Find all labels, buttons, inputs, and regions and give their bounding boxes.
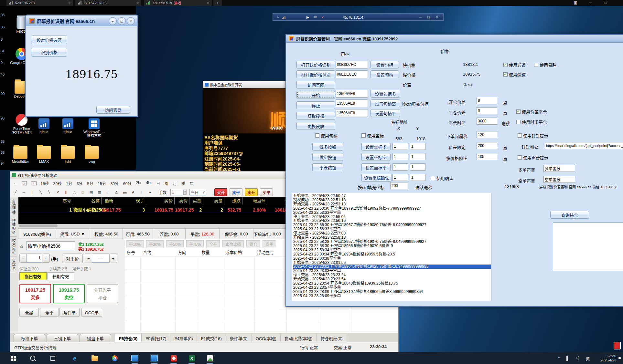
set-short-handle-button[interactable]: 设置句柄空: [371, 99, 400, 107]
open-fast-price-button[interactable]: 打开快价格识别: [296, 61, 335, 68]
checkbox-checked-icon[interactable]: [503, 72, 508, 77]
visit-site-button[interactable]: 访问官网: [96, 106, 130, 114]
draw-tool-icon[interactable]: A: [131, 190, 136, 194]
get-auth-button[interactable]: 获取授权: [296, 112, 335, 120]
validity-dropdown[interactable]: 当日 ∨: [189, 189, 206, 195]
open-slow-price-button[interactable]: 打开慢价格识别: [296, 70, 335, 78]
mail-icon[interactable]: ✉: [314, 15, 317, 19]
new-tab-button[interactable]: +: [213, 0, 222, 6]
period-button[interactable]: 15秒: [41, 181, 49, 186]
browser-tab-3[interactable]: 726 598 519 游戏 ×: [144, 0, 212, 6]
set-coord-flat-button[interactable]: 设置坐标平: [361, 163, 391, 171]
coord-short-x-input[interactable]: 1: [392, 153, 408, 160]
close-percent-button[interactable]: 平10%: [126, 240, 144, 247]
counter-price-button[interactable]: 对手价: [62, 254, 83, 263]
period-button[interactable]: 4hr: [146, 181, 152, 186]
taskbar-app-red[interactable]: [169, 354, 178, 362]
period-button[interactable]: 年: [190, 181, 194, 186]
coord-flat-x-input[interactable]: 1: [392, 163, 408, 171]
fast-handle-input[interactable]: 00B3D7FC: [336, 61, 368, 68]
desktop-icon-windows-shortcut[interactable]: WindowsF... - 快捷方式: [81, 118, 107, 138]
draw-tool-icon[interactable]: ▤: [89, 190, 94, 194]
use-confirm-checkbox[interactable]: 使用确认: [431, 175, 453, 181]
side-tab[interactable]: 行情报价: [10, 217, 17, 237]
taskbar-app-window-2[interactable]: [150, 354, 158, 362]
log-line[interactable]: 2025-04-23 23:00:34 开空单18934慢价格19059.5价差…: [293, 252, 491, 256]
minimize-icon[interactable]: ─: [419, 15, 422, 19]
ctrl-coord-input[interactable]: 200: [390, 182, 408, 189]
change-skin-button[interactable]: 更换皮肤: [296, 122, 335, 130]
use-coord-checkbox[interactable]: 使用坐标: [361, 132, 384, 139]
desktop-icon-jishi[interactable]: jishi: [58, 146, 78, 163]
log-line[interactable]: 2025-04-23 22:53:33平空单: [293, 211, 491, 215]
checkbox-icon[interactable]: [516, 120, 521, 124]
search-button[interactable]: [28, 354, 37, 362]
fast-price-fix-input[interactable]: 105: [477, 153, 497, 160]
set-coord-short-button[interactable]: 设置坐标空: [361, 153, 391, 161]
period-button[interactable]: 3分: [77, 181, 83, 186]
order-interval-input[interactable]: 120: [477, 131, 497, 138]
use-channel-checkbox-1[interactable]: 使用通道: [503, 62, 526, 68]
close-percent-button[interactable]: 平75%: [186, 240, 204, 247]
draw-tool-icon[interactable]: ╱: [13, 190, 18, 194]
quote-header-cell[interactable]: 序号: [18, 197, 73, 204]
blotter-tab[interactable]: 持仓明细(0): [317, 334, 347, 342]
blotter-tab[interactable]: F4挂单(0): [170, 334, 197, 342]
disconnect-icon[interactable]: ×: [321, 15, 324, 20]
minimize-button[interactable]: –: [109, 17, 117, 25]
short-handle-input[interactable]: 13506AE8: [336, 99, 368, 107]
draw-tool-icon[interactable]: ∥: [63, 190, 69, 194]
pin-icon[interactable]: +: [277, 15, 279, 19]
close-tab-icon[interactable]: ×: [69, 1, 70, 5]
flat-button[interactable]: 平仓按钮: [312, 163, 343, 171]
checkbox-icon[interactable]: [361, 133, 366, 138]
quote-scrollbar[interactable]: [18, 224, 297, 228]
open-spread-input[interactable]: 8: [477, 97, 497, 104]
period-button[interactable]: 月: [173, 181, 177, 186]
coord-long-y-input[interactable]: 1: [410, 143, 425, 150]
use-sound-checkbox[interactable]: 使用声音提示: [518, 154, 548, 161]
quick-order-button[interactable]: 卖开: [245, 188, 258, 196]
period-button[interactable]: 周: [165, 181, 168, 186]
blotter-tab[interactable]: F1成交(16): [197, 334, 226, 342]
draw-tool-icon[interactable]: │: [30, 190, 35, 194]
sell-short-button[interactable]: 18916.75卖空: [53, 284, 85, 303]
pos-header[interactable]: 数量: [201, 249, 210, 255]
close-spread-input[interactable]: 0: [477, 107, 497, 114]
blotter-tab[interactable]: 自动止损(本地): [281, 334, 317, 342]
qty-plus-button[interactable]: +: [42, 254, 50, 263]
period-button[interactable]: 日: [156, 181, 160, 186]
draw-tool-icon[interactable]: ╲: [47, 190, 52, 194]
quote-header-cell[interactable]: 最新: [102, 197, 115, 204]
period-button[interactable]: 30秒: [53, 181, 61, 186]
draw-tool-icon[interactable]: ↑: [139, 190, 144, 194]
close-time-input[interactable]: 3000: [477, 118, 497, 125]
set-slow-handle-button[interactable]: 设置句柄: [371, 70, 399, 78]
browser-tab-1[interactable]: 520 196 213 ×: [6, 0, 73, 6]
price-minus-button[interactable]: −: [85, 254, 92, 263]
period-button[interactable]: 30分: [111, 181, 119, 186]
spread-limit-input[interactable]: 200: [477, 142, 497, 149]
log-line[interactable]: 开始交易 - 2025/4/23 22:50:47: [293, 194, 491, 198]
arbitrage-title-bar[interactable]: 屏幕识别价差套利 官网 ea666.cn 微信 18391752892: [286, 35, 623, 43]
taskbar-app-photos[interactable]: [206, 354, 214, 362]
slow-handle-input[interactable]: 08EEEC1C: [336, 70, 368, 78]
stop-button[interactable]: 停止: [296, 101, 335, 109]
price-plus-button[interactable]: +: [109, 254, 117, 263]
period-button[interactable]: 1分: [66, 181, 72, 186]
draw-tool-icon[interactable]: ▬: [122, 190, 127, 194]
task-view-button[interactable]: [48, 354, 57, 362]
quote-header-cell[interactable]: 幅度%: [242, 197, 267, 204]
query-positions-button[interactable]: 查询持仓: [550, 211, 589, 219]
use-channel-checkbox-2[interactable]: 使用通道: [503, 71, 526, 78]
draw-tool-icon[interactable]: ♦: [147, 190, 153, 194]
period-button[interactable]: 2hr: [136, 181, 141, 186]
desktop-icon-metaeditor[interactable]: MetaEditor: [9, 146, 32, 163]
log-line[interactable]: 2025-04-23 23:28:09平多单: [293, 294, 491, 298]
flat-handle-input[interactable]: 13506AE8: [336, 109, 368, 117]
log-line[interactable]: 2025-04-23 22:53:30 开空单18979.2慢价格19092价差…: [293, 206, 491, 211]
period-button[interactable]: 15分: [98, 181, 106, 186]
draw-tool-icon[interactable]: ▥: [97, 190, 102, 194]
blotter-tab[interactable]: OCO(本地): [252, 334, 281, 342]
validity-tab-gtc[interactable]: 长期有效: [47, 272, 74, 280]
